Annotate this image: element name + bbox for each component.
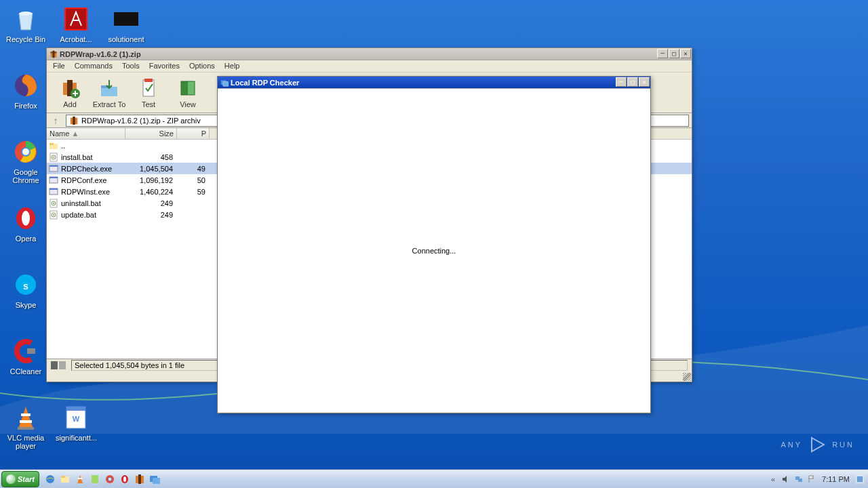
view-button-label: View: [180, 100, 196, 108]
firefox-icon[interactable]: Firefox: [5, 70, 46, 110]
rdp-close-button[interactable]: ✕: [639, 77, 650, 87]
menu-help[interactable]: Help: [220, 60, 245, 72]
ql-opera-icon[interactable]: [118, 472, 132, 486]
ql-vlc-icon[interactable]: [73, 472, 87, 486]
svg-text:W: W: [73, 415, 80, 423]
rdp-titlebar[interactable]: Local RDP Checker ─ □ ✕: [218, 77, 650, 89]
rdp-maximize-button[interactable]: □: [627, 77, 638, 87]
winrar-close-button[interactable]: ✕: [680, 49, 691, 58]
svg-rect-29: [181, 81, 188, 95]
skype-icon[interactable]: SSkype: [5, 270, 46, 309]
ql-ie-icon[interactable]: [43, 472, 57, 486]
file-packed: 50: [177, 176, 210, 184]
chrome-icon[interactable]: Google Chrome: [5, 137, 46, 184]
status-icon-disk: [51, 361, 58, 369]
svg-rect-61: [92, 475, 98, 483]
skype-icon-graphic: S: [11, 270, 41, 300]
windows-orb-icon: [6, 474, 16, 484]
menu-options[interactable]: Options: [184, 60, 220, 72]
svg-point-64: [108, 478, 111, 481]
tray-network-icon[interactable]: [793, 474, 804, 485]
solutionent-icon[interactable]: solutionent: [106, 4, 146, 43]
tray-show-desktop[interactable]: [854, 474, 865, 485]
svg-rect-2: [114, 12, 138, 26]
svg-rect-74: [856, 476, 863, 483]
ql-explorer-icon[interactable]: [58, 472, 72, 486]
winrar-resize-grip[interactable]: [683, 373, 691, 381]
file-name: ..: [60, 142, 125, 150]
opera-icon[interactable]: Opera: [5, 203, 46, 243]
winrar-minimize-button[interactable]: ─: [657, 49, 668, 58]
svg-rect-40: [50, 165, 58, 167]
file-name: RDPWInst.exe: [60, 188, 125, 196]
anyrun-watermark: ANY RUN: [781, 435, 854, 454]
significant-icon[interactable]: Wsignificantt...: [56, 403, 96, 442]
significant-icon-label: significantt...: [56, 434, 96, 442]
add-button[interactable]: Add: [51, 75, 89, 110]
file-name: RDPCheck.exe: [60, 165, 125, 173]
ccleaner-icon[interactable]: CCleaner: [5, 336, 46, 375]
file-name: RDPConf.exe: [60, 176, 125, 184]
svg-rect-13: [21, 413, 31, 416]
vlc-icon[interactable]: VLC media player: [5, 403, 46, 450]
svg-rect-60: [78, 478, 82, 479]
test-button-label: Test: [142, 100, 155, 108]
extract-button-label: Extract To: [93, 100, 126, 108]
svg-rect-27: [143, 80, 154, 96]
firefox-icon-graphic: [11, 70, 41, 100]
view-button[interactable]: View: [169, 75, 207, 110]
system-tray: « 7:11 PM: [768, 474, 868, 485]
svg-marker-55: [812, 438, 824, 451]
file-icon: [49, 152, 58, 162]
up-button[interactable]: ↑: [50, 115, 62, 127]
file-packed: 59: [177, 188, 210, 196]
acrobat-icon-graphic: [61, 4, 91, 34]
svg-marker-71: [783, 476, 787, 483]
col-size[interactable]: Size: [125, 128, 177, 139]
file-icon: [49, 187, 58, 197]
rdp-status-text: Connecting...: [412, 247, 456, 255]
file-icon: [49, 176, 58, 185]
view-button-icon: [177, 77, 199, 99]
svg-rect-11: [27, 348, 35, 354]
ql-notepadpp-icon[interactable]: [88, 472, 102, 486]
winrar-title: RDPWrap-v1.6.2 (1).zip: [60, 50, 657, 58]
acrobat-icon[interactable]: Acrobat...: [56, 4, 96, 43]
menu-tools[interactable]: Tools: [117, 60, 144, 72]
svg-point-50: [53, 214, 54, 216]
taskbar-clock[interactable]: 7:11 PM: [819, 475, 852, 483]
winrar-maximize-button[interactable]: □: [669, 49, 679, 58]
desktop[interactable]: Recycle BinAcrobat...solutionentFirefoxG…: [0, 0, 868, 488]
taskbar[interactable]: Start « 7:11 PM: [0, 469, 868, 488]
svg-point-47: [53, 203, 54, 204]
file-size: 249: [125, 211, 177, 219]
col-packed[interactable]: P: [177, 128, 210, 139]
svg-marker-12: [19, 407, 33, 427]
svg-rect-14: [20, 420, 32, 423]
rdp-checker-window[interactable]: Local RDP Checker ─ □ ✕ Connecting...: [217, 76, 651, 413]
col-name[interactable]: Name ▲: [47, 128, 125, 139]
winrar-titlebar[interactable]: RDPWrap-v1.6.2 (1).zip ─ □ ✕: [47, 48, 692, 60]
winrar-menubar: FileCommandsToolsFavoritesOptionsHelp: [47, 60, 692, 73]
svg-rect-42: [50, 177, 58, 178]
ql-winrar-icon[interactable]: [133, 472, 146, 486]
menu-favorites[interactable]: Favorites: [144, 60, 184, 72]
skype-icon-label: Skype: [5, 301, 46, 309]
tray-volume-icon[interactable]: [781, 474, 791, 485]
start-button[interactable]: Start: [1, 471, 39, 487]
extract-button[interactable]: Extract To: [90, 75, 128, 110]
file-packed: 49: [177, 165, 210, 173]
tray-expand-icon[interactable]: «: [768, 474, 778, 485]
recycle-bin-icon[interactable]: Recycle Bin: [5, 4, 46, 43]
tray-flag-icon[interactable]: [806, 474, 817, 485]
file-size: 458: [125, 153, 177, 161]
ql-chrome-icon[interactable]: [103, 472, 117, 486]
test-button[interactable]: Test: [130, 75, 167, 110]
rdp-minimize-button[interactable]: ─: [616, 77, 627, 87]
ql-rdp-icon[interactable]: [148, 472, 161, 486]
menu-commands[interactable]: Commands: [70, 60, 117, 72]
menu-file[interactable]: File: [48, 60, 70, 72]
file-name: install.bat: [60, 153, 125, 161]
svg-rect-17: [66, 407, 85, 411]
svg-rect-30: [188, 81, 195, 95]
